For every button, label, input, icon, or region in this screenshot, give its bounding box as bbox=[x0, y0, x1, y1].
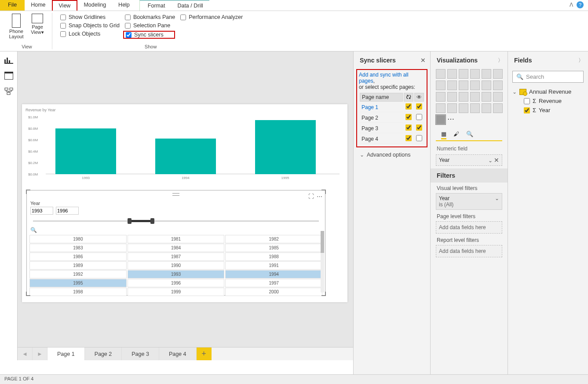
viz-type-icon[interactable] bbox=[447, 80, 457, 90]
viz-type-icon[interactable] bbox=[470, 80, 480, 90]
page-tab-4[interactable]: Page 4 bbox=[159, 347, 197, 360]
viz-type-icon[interactable]: ⋯ bbox=[447, 115, 457, 124]
year-cell[interactable]: 1992 bbox=[29, 270, 127, 278]
sync-pane-close-icon[interactable]: ✕ bbox=[420, 57, 426, 64]
viz-type-icon[interactable] bbox=[436, 103, 446, 113]
revenue-chart[interactable]: Revenue by Year $0.0M$0.2M$0.4M$0.6M$0.8… bbox=[22, 104, 347, 188]
sync-checkbox[interactable] bbox=[405, 114, 412, 120]
viz-type-icon[interactable] bbox=[459, 69, 468, 79]
advanced-options-toggle[interactable]: ⌄ Advanced options bbox=[354, 147, 430, 162]
numeric-field-well[interactable]: Year ⌄ ✕ bbox=[436, 154, 502, 166]
page-next-button[interactable]: ► bbox=[33, 347, 47, 360]
check-sync-slicers[interactable]: Sync slicers bbox=[123, 31, 175, 39]
ribbon-collapse-icon[interactable]: ᐱ bbox=[570, 2, 573, 8]
viz-type-icon[interactable] bbox=[493, 103, 503, 113]
tab-format[interactable]: Format bbox=[142, 1, 172, 11]
viz-type-icon[interactable] bbox=[482, 69, 491, 79]
page-tab-3[interactable]: Page 3 bbox=[122, 347, 159, 360]
viz-type-icon[interactable] bbox=[470, 69, 480, 79]
sync-all-pages-link[interactable]: Add and sync with all pages bbox=[359, 72, 409, 84]
year-cell[interactable]: 1982 bbox=[225, 235, 322, 243]
field-checkbox[interactable] bbox=[524, 98, 530, 104]
sync-row-name[interactable]: Page 3 bbox=[360, 124, 403, 133]
year-cell[interactable]: 1983 bbox=[29, 244, 127, 252]
year-cell[interactable]: 1990 bbox=[128, 261, 225, 270]
tab-help[interactable]: Help bbox=[112, 0, 136, 11]
slicer-focus-icon[interactable]: ⛶ bbox=[308, 193, 314, 200]
year-cell[interactable]: 1988 bbox=[225, 252, 322, 261]
page-view-button[interactable]: PageView▾ bbox=[27, 13, 47, 39]
check-performance-analyzer[interactable]: Performance Analyzer bbox=[180, 14, 243, 20]
slicer-slider[interactable] bbox=[33, 219, 319, 223]
slicer-from-input[interactable] bbox=[30, 207, 53, 215]
page-tab-1[interactable]: Page 1 bbox=[47, 347, 85, 360]
year-cell[interactable]: 1999 bbox=[128, 288, 225, 296]
slicer-search-icon[interactable]: 🔍 bbox=[27, 225, 325, 235]
report-page[interactable]: Revenue by Year $0.0M$0.2M$0.4M$0.6M$0.8… bbox=[22, 104, 347, 302]
year-cell[interactable]: 1995 bbox=[29, 279, 127, 287]
tab-file[interactable]: File bbox=[0, 0, 25, 11]
viz-type-icon[interactable] bbox=[482, 80, 491, 90]
chart-bar[interactable] bbox=[155, 139, 216, 174]
year-cell[interactable]: 1993 bbox=[128, 270, 225, 278]
check-snap-objects[interactable]: Snap Objects to Grid bbox=[60, 22, 120, 29]
viz-type-icon[interactable] bbox=[470, 103, 480, 113]
slicer-to-input[interactable] bbox=[56, 207, 79, 215]
sync-row-name[interactable]: Page 1 bbox=[360, 102, 403, 112]
fields-search-input[interactable]: 🔍 Search bbox=[512, 71, 584, 83]
viz-type-icon[interactable] bbox=[436, 115, 446, 124]
data-view-icon[interactable] bbox=[4, 72, 13, 80]
viz-tab-fields-icon[interactable]: ▦ bbox=[441, 131, 446, 139]
field-item[interactable]: ΣRevenue bbox=[512, 96, 584, 106]
viz-type-icon[interactable] bbox=[493, 69, 503, 79]
tab-data-drill[interactable]: Data / Drill bbox=[171, 1, 209, 11]
visible-checkbox[interactable] bbox=[416, 124, 422, 131]
fields-pane-collapse-icon[interactable]: 〉 bbox=[578, 57, 584, 64]
phone-layout-button[interactable]: PhoneLayout bbox=[6, 13, 26, 39]
year-cell[interactable]: 1984 bbox=[128, 244, 225, 252]
viz-type-icon[interactable] bbox=[482, 103, 491, 113]
viz-type-icon[interactable] bbox=[459, 92, 468, 102]
viz-type-icon[interactable] bbox=[459, 103, 468, 113]
viz-type-icon[interactable] bbox=[436, 92, 446, 102]
viz-type-icon[interactable] bbox=[470, 92, 480, 102]
sync-checkbox[interactable] bbox=[405, 135, 412, 141]
field-item[interactable]: ΣYear bbox=[512, 106, 584, 115]
year-cell[interactable]: 1996 bbox=[128, 279, 225, 287]
chart-bar[interactable] bbox=[55, 128, 116, 174]
field-checkbox[interactable] bbox=[524, 107, 530, 113]
page-prev-button[interactable]: ◄ bbox=[18, 347, 33, 360]
check-lock-objects[interactable]: Lock Objects bbox=[60, 31, 120, 37]
visible-checkbox[interactable] bbox=[416, 103, 422, 110]
visible-checkbox[interactable] bbox=[416, 114, 422, 120]
visual-filter-year[interactable]: Year⌄ is (All) bbox=[436, 193, 502, 210]
check-bookmarks-pane[interactable]: Bookmarks Pane bbox=[125, 14, 175, 20]
viz-type-icon[interactable] bbox=[436, 69, 446, 79]
chart-bar[interactable] bbox=[255, 120, 316, 175]
viz-tab-format-icon[interactable]: 🖌 bbox=[453, 131, 459, 139]
page-add-button[interactable]: + bbox=[197, 347, 212, 360]
year-cell[interactable]: 1985 bbox=[225, 244, 322, 252]
sync-checkbox[interactable] bbox=[405, 103, 412, 110]
sync-checkbox[interactable] bbox=[405, 124, 412, 131]
report-view-icon[interactable] bbox=[4, 56, 13, 64]
year-cell[interactable]: 1986 bbox=[29, 252, 127, 261]
tab-view[interactable]: View bbox=[52, 0, 78, 11]
viz-type-icon[interactable] bbox=[436, 80, 446, 90]
viz-type-icon[interactable] bbox=[459, 80, 468, 90]
year-cell[interactable]: 2000 bbox=[225, 288, 322, 296]
remove-field-icon[interactable]: ✕ bbox=[494, 157, 499, 164]
sync-row-name[interactable]: Page 2 bbox=[360, 113, 403, 123]
viz-type-icon[interactable] bbox=[447, 69, 457, 79]
year-cell[interactable]: 1994 bbox=[225, 270, 322, 278]
year-cell[interactable]: 1997 bbox=[225, 279, 322, 287]
visible-checkbox[interactable] bbox=[416, 135, 422, 141]
help-icon[interactable]: ? bbox=[577, 1, 584, 8]
viz-type-icon[interactable] bbox=[447, 103, 457, 113]
page-filters-well[interactable]: Add data fields here bbox=[436, 221, 502, 234]
year-cell[interactable]: 1987 bbox=[128, 252, 225, 261]
viz-type-icon[interactable] bbox=[493, 92, 503, 102]
viz-type-icon[interactable] bbox=[493, 80, 503, 90]
slicer-scrollbar[interactable] bbox=[321, 231, 324, 293]
year-cell[interactable]: 1991 bbox=[225, 261, 322, 270]
